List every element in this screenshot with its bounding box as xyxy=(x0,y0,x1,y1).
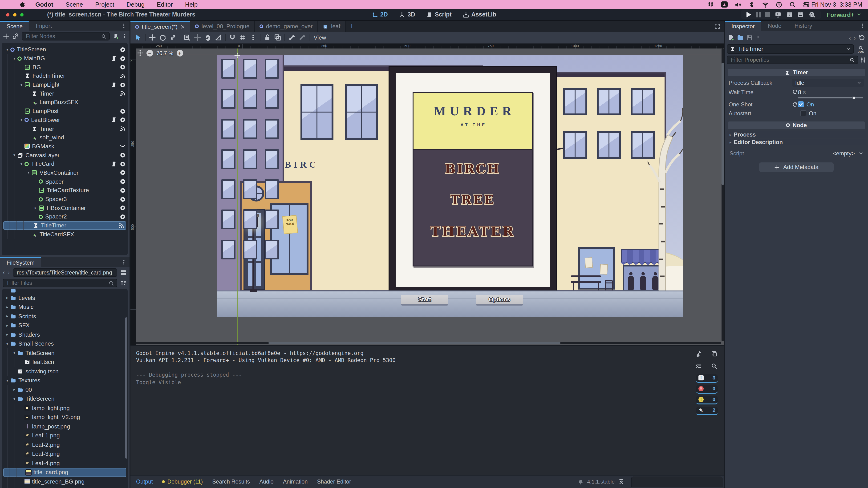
expander-icon[interactable]: ▸ xyxy=(4,333,10,337)
resource-menu-icon[interactable] xyxy=(756,34,760,41)
bottom-tab-search-results[interactable]: Search Results xyxy=(212,479,250,485)
dropbox-icon[interactable] xyxy=(707,1,714,8)
file-row[interactable]: ▸Scripts xyxy=(2,312,128,321)
menu-help[interactable]: Help xyxy=(179,1,204,8)
revert-icon[interactable] xyxy=(793,89,798,95)
scene-node-row[interactable]: LampPost xyxy=(2,107,128,116)
filter-properties-input[interactable] xyxy=(727,56,858,64)
scene-node-row[interactable]: TitleTimer xyxy=(3,221,126,230)
play-current-scene-button[interactable] xyxy=(786,11,793,18)
play-remote-debug-icon[interactable] xyxy=(775,11,781,18)
scene-node-row[interactable]: ▾MainBG xyxy=(2,54,128,63)
wifi-icon[interactable] xyxy=(762,1,768,8)
move-tool-icon[interactable] xyxy=(149,34,156,41)
file-row[interactable]: ▸Music xyxy=(2,302,128,312)
debugger-badge-warn[interactable]: !0 xyxy=(696,396,718,404)
file-row[interactable] xyxy=(2,289,128,293)
bottom-tab-animation[interactable]: Animation xyxy=(283,479,308,485)
scene-node-row[interactable]: Spacer3 xyxy=(2,195,128,203)
file-row[interactable]: title_screen_BG.png xyxy=(2,477,128,486)
apple-menu-icon[interactable] xyxy=(19,1,25,8)
file-row[interactable]: Leaf-3.png xyxy=(2,449,128,459)
notifications-bell-icon[interactable] xyxy=(578,479,583,485)
bottom-tab-shader-editor[interactable]: Shader Editor xyxy=(317,479,351,485)
one-shot-checkbox[interactable] xyxy=(798,101,804,107)
eye-toggle-icon[interactable] xyxy=(120,46,126,53)
spotlight-icon[interactable] xyxy=(789,1,796,8)
snap-options-icon[interactable] xyxy=(250,34,257,41)
canvas-hscrollbar[interactable] xyxy=(136,341,721,344)
expander-icon[interactable]: ▸ xyxy=(32,206,39,210)
clear-output-icon[interactable] xyxy=(695,351,702,357)
file-row[interactable]: ▸00 xyxy=(2,385,128,394)
copy-output-icon[interactable] xyxy=(711,351,717,357)
distraction-free-icon[interactable] xyxy=(714,24,720,29)
expander-icon[interactable]: ▸ xyxy=(4,305,10,309)
canvas-vscrollbar[interactable] xyxy=(721,48,724,341)
group-process[interactable]: ▸Process xyxy=(727,131,866,138)
eye-toggle-icon[interactable] xyxy=(120,170,126,176)
eye-toggle-icon[interactable] xyxy=(120,205,126,211)
bottom-tab-debugger-11-[interactable]: Debugger (11) xyxy=(162,479,203,485)
ruler-tool-icon[interactable] xyxy=(215,34,222,41)
lock-node-icon[interactable] xyxy=(264,34,271,41)
filter-files-input[interactable] xyxy=(3,279,117,287)
expander-icon[interactable]: ▾ xyxy=(19,83,25,87)
wait-time-slider[interactable]: 8s xyxy=(798,88,864,100)
scene-tab-level-00-prologue[interactable]: level_00_Prologue xyxy=(190,21,255,32)
script-toggle-icon[interactable] xyxy=(111,161,117,167)
signal-toggle-icon[interactable] xyxy=(120,91,126,97)
grid-snap-icon[interactable] xyxy=(239,34,246,41)
list-select-tool-icon[interactable] xyxy=(184,34,191,41)
bluetooth-icon[interactable] xyxy=(748,1,755,8)
file-row[interactable]: schwing.tscn xyxy=(2,367,128,376)
scene-node-row[interactable]: ▾LampLight xyxy=(2,80,128,89)
tab-node[interactable]: Node xyxy=(761,21,788,31)
search-output-icon[interactable] xyxy=(711,363,717,369)
expander-icon[interactable]: ▾ xyxy=(19,162,25,166)
path-field[interactable] xyxy=(12,268,117,276)
eye-toggle-icon[interactable] xyxy=(120,161,126,167)
eye-toggle-icon[interactable] xyxy=(120,152,126,158)
eye-toggle-icon[interactable] xyxy=(120,108,126,114)
menu-debug[interactable]: Debug xyxy=(120,1,151,8)
select-tool-icon[interactable] xyxy=(135,34,142,41)
nav-forward-icon[interactable]: › xyxy=(8,269,10,276)
tab-import[interactable]: Import xyxy=(29,21,58,31)
menu-editor[interactable]: Editor xyxy=(151,1,179,8)
workspace-3d[interactable]: 3D xyxy=(399,11,415,18)
eye-toggle-icon[interactable] xyxy=(120,187,126,194)
script-toggle-icon[interactable] xyxy=(111,117,117,123)
expand-bottom-panel-icon[interactable] xyxy=(618,479,624,485)
history-back-icon[interactable]: ‹ xyxy=(849,34,851,41)
zoom-level[interactable]: 70.7 % xyxy=(156,50,173,56)
expander-icon[interactable]: ▸ xyxy=(4,323,10,328)
eye-toggle-icon[interactable] xyxy=(120,196,126,202)
inspector-node-selector[interactable]: TitleTimer xyxy=(727,44,854,54)
file-row[interactable]: lamp_light.png xyxy=(2,403,128,413)
filesystem-scrollbar[interactable] xyxy=(125,317,127,459)
new-scene-tab-button[interactable]: ＋ xyxy=(345,21,358,32)
scene-node-row[interactable]: BGMask xyxy=(2,142,128,151)
expander-icon[interactable]: ▸ xyxy=(4,296,10,300)
expander-icon[interactable]: ▾ xyxy=(4,379,10,383)
scene-node-row[interactable]: LampBuzzSFX xyxy=(2,98,128,107)
new-resource-icon[interactable] xyxy=(727,34,734,41)
expander-icon[interactable]: ▾ xyxy=(11,153,18,157)
file-row[interactable]: lamp_light_V2.png xyxy=(2,413,128,422)
file-row[interactable]: Leaf-2.png xyxy=(2,440,128,449)
expander-icon[interactable]: ▸ xyxy=(11,388,18,392)
renderer-selector[interactable]: Forward+ xyxy=(827,11,861,18)
script-toggle-icon[interactable] xyxy=(111,82,117,88)
toggle-split-mode-icon[interactable] xyxy=(120,269,127,276)
eye-toggle-icon[interactable] xyxy=(120,82,126,88)
file-row[interactable]: ▾TitleScreen xyxy=(2,349,128,358)
process-callback-dropdown[interactable]: Idle xyxy=(793,78,864,87)
scene-tree-menu-icon[interactable] xyxy=(122,33,127,39)
group-editor-description[interactable]: ▸Editor Description xyxy=(727,139,866,145)
section-timer[interactable]: Timer xyxy=(727,69,865,76)
close-window-button[interactable] xyxy=(6,13,9,16)
zoom-window-button[interactable] xyxy=(20,13,24,16)
debugger-badge-edit[interactable]: ✎2 xyxy=(696,406,718,415)
add-node-button[interactable] xyxy=(3,33,9,39)
